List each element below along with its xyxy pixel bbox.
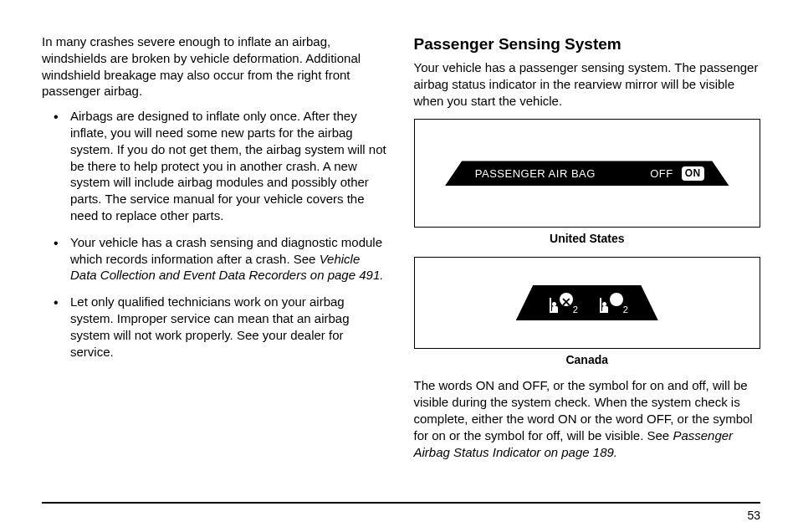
left-column: In many crashes severe enough to inflate… [42,33,389,498]
indicator-status-group: OFF ON [650,166,704,182]
caption-us: United States [414,231,761,246]
airbag-off-icon: ✕ 2 [550,291,575,315]
page-number: 53 [747,509,760,522]
airbag-on-icon: 2 [600,291,625,315]
off-text: OFF [650,166,673,181]
section-intro: Your vehicle has a passenger sensing sys… [414,59,761,109]
footer-rule [42,502,760,504]
right-column: Passenger Sensing System Your vehicle ha… [414,33,761,498]
content-columns: In many crashes severe enough to inflate… [42,33,760,498]
bullet-1: Airbags are designed to inflate only onc… [65,108,389,224]
on-indicator: ON [682,166,704,182]
bullet-2: Your vehicle has a crash sensing and dia… [65,234,389,284]
figure-us: PASSENGER AIR BAG OFF ON [414,119,761,228]
closing-paragraph: The words ON and OFF, or the symbol for … [414,377,761,460]
section-heading: Passenger Sensing System [414,33,761,54]
bullet-list: Airbags are designed to inflate only onc… [42,108,389,360]
figure-canada: ✕ 2 2 [414,257,761,349]
us-indicator-graphic: PASSENGER AIR BAG OFF ON [445,161,729,186]
indicator-label: PASSENGER AIR BAG [475,166,596,181]
caption-canada: Canada [414,352,761,367]
intro-paragraph: In many crashes severe enough to inflate… [42,33,389,100]
bullet-3: Let only qualified technicians work on y… [65,294,389,360]
canada-indicator-graphic: ✕ 2 2 [516,285,658,320]
